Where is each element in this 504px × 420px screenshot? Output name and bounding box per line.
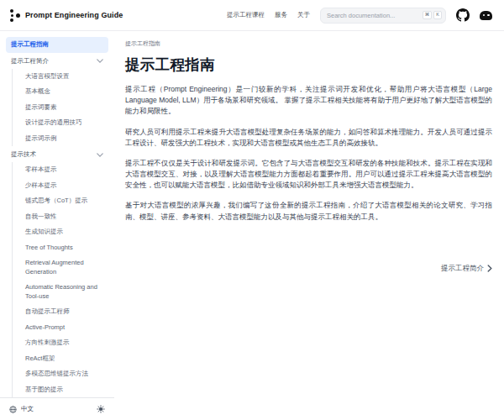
sidebar-item-few-shot[interactable]: 少样本提示 bbox=[20, 178, 108, 194]
sidebar-item-rag[interactable]: Retrieval Augmented Generation bbox=[20, 255, 108, 280]
nav-link-about[interactable]: 关于 bbox=[297, 11, 310, 19]
breadcrumb: 提示工程指南 bbox=[125, 39, 492, 48]
chevron-down-icon bbox=[97, 153, 103, 157]
sidebar-section-label: 提示技术 bbox=[11, 150, 36, 159]
page-title: 提示工程指南 bbox=[125, 55, 492, 75]
kbd-cmd: ⌘ bbox=[423, 11, 433, 19]
sidebar-item-prompt-elements[interactable]: 提示词要素 bbox=[20, 100, 108, 116]
sidebar-item-cot[interactable]: 链式思考（CoT）提示 bbox=[20, 193, 108, 209]
sidebar-item-active-prompt[interactable]: Active-Prompt bbox=[20, 320, 108, 336]
language-switcher[interactable]: 中文 bbox=[9, 405, 34, 413]
sidebar-item-zero-shot[interactable]: 零样本提示 bbox=[20, 162, 108, 178]
sidebar-item-directional-stimulus[interactable]: 方向性刺激提示 bbox=[20, 335, 108, 351]
paragraph: 提示工程（Prompt Engineering）是一门较新的学科，关注提示词开发… bbox=[125, 84, 492, 118]
logo-icon bbox=[10, 9, 20, 22]
chevron-down-icon bbox=[97, 59, 103, 63]
site-title: Prompt Engineering Guide bbox=[25, 11, 123, 19]
app-window: Prompt Engineering Guide 提示工程课程 服务 关于 ⌘ … bbox=[0, 0, 504, 420]
github-icon[interactable] bbox=[456, 8, 470, 22]
search-box[interactable]: ⌘ K bbox=[320, 8, 446, 24]
sidebar-item-graph-prompting[interactable]: 基于图的提示 bbox=[20, 382, 108, 398]
sidebar-footer: 中文 bbox=[0, 397, 114, 420]
sidebar-item-multimodal-cot[interactable]: 多模态思维链提示方法 bbox=[20, 366, 108, 382]
next-page-label: 提示工程简介 bbox=[441, 264, 484, 274]
sidebar-item-llm-settings[interactable]: 大语言模型设置 bbox=[20, 69, 108, 85]
sidebar-item-general-tips[interactable]: 设计提示的通用技巧 bbox=[20, 115, 108, 131]
sidebar-item-tree-of-thoughts[interactable]: Tree of Thoughts bbox=[20, 240, 108, 256]
top-header: Prompt Engineering Guide 提示工程课程 服务 关于 ⌘ … bbox=[0, 0, 504, 31]
sidebar-item-basics[interactable]: 基本概念 bbox=[20, 84, 108, 100]
next-page-link[interactable]: 提示工程简介 bbox=[441, 264, 492, 274]
theme-sun-icon[interactable] bbox=[97, 405, 105, 413]
sidebar-item-ape[interactable]: 自动提示工程师 bbox=[20, 304, 108, 320]
sidebar-item-art[interactable]: Automatic Reasoning and Tool-use bbox=[20, 280, 108, 304]
chevron-right-icon bbox=[487, 265, 492, 272]
globe-icon bbox=[9, 406, 17, 413]
sidebar: 提示工程指南 提示工程简介 大语言模型设置 基本概念 提示词要素 设计提示的通用… bbox=[0, 31, 114, 420]
header-right: 提示工程课程 服务 关于 ⌘ K bbox=[227, 8, 492, 24]
nav-link-course[interactable]: 提示工程课程 bbox=[227, 11, 265, 19]
search-shortcut: ⌘ K bbox=[423, 11, 442, 19]
paragraph: 基于对大语言模型的浓厚兴趣，我们编写了这份全新的提示工程指南，介绍了大语言模型相… bbox=[125, 200, 492, 222]
nav-link-services[interactable]: 服务 bbox=[275, 11, 287, 19]
sidebar-item-react[interactable]: ReAct框架 bbox=[20, 351, 108, 367]
main-content: 提示工程指南 提示工程指南 提示工程（Prompt Engineering）是一… bbox=[114, 31, 504, 420]
paragraph: 提示工程不仅仅是关于设计和研发提示词。它包含了与大语言模型交互和研发的各种技能和… bbox=[125, 158, 492, 192]
sidebar-item-prompt-examples[interactable]: 提示词示例 bbox=[20, 131, 108, 147]
sidebar-item-self-consistency[interactable]: 自我一致性 bbox=[20, 209, 108, 225]
discord-icon[interactable] bbox=[480, 11, 492, 20]
sidebar-section-introduction[interactable]: 提示工程简介 bbox=[6, 53, 108, 69]
paragraph: 研究人员可利用提示工程来提升大语言模型处理复杂任务场景的能力，如问答和算术推理能… bbox=[125, 127, 492, 149]
header-nav: 提示工程课程 服务 关于 bbox=[227, 11, 310, 19]
language-label: 中文 bbox=[21, 405, 34, 413]
sidebar-section-techniques[interactable]: 提示技术 bbox=[6, 146, 108, 162]
pagination: 提示工程简介 bbox=[125, 264, 492, 274]
kbd-k: K bbox=[433, 11, 442, 19]
sidebar-group-introduction: 大语言模型设置 基本概念 提示词要素 设计提示的通用技巧 提示词示例 bbox=[12, 69, 108, 147]
sidebar-item-guide[interactable]: 提示工程指南 bbox=[6, 37, 108, 53]
body-row: 提示工程指南 提示工程简介 大语言模型设置 基本概念 提示词要素 设计提示的通用… bbox=[0, 31, 504, 420]
site-logo[interactable]: Prompt Engineering Guide bbox=[10, 9, 123, 22]
sidebar-group-techniques: 零样本提示 少样本提示 链式思考（CoT）提示 自我一致性 生成知识提示 Tre… bbox=[12, 162, 108, 397]
sidebar-item-generated-knowledge[interactable]: 生成知识提示 bbox=[20, 224, 108, 240]
sidebar-section-label: 提示工程简介 bbox=[11, 57, 49, 66]
sidebar-nav: 提示工程指南 提示工程简介 大语言模型设置 基本概念 提示词要素 设计提示的通用… bbox=[0, 31, 114, 397]
search-input[interactable] bbox=[327, 12, 423, 19]
